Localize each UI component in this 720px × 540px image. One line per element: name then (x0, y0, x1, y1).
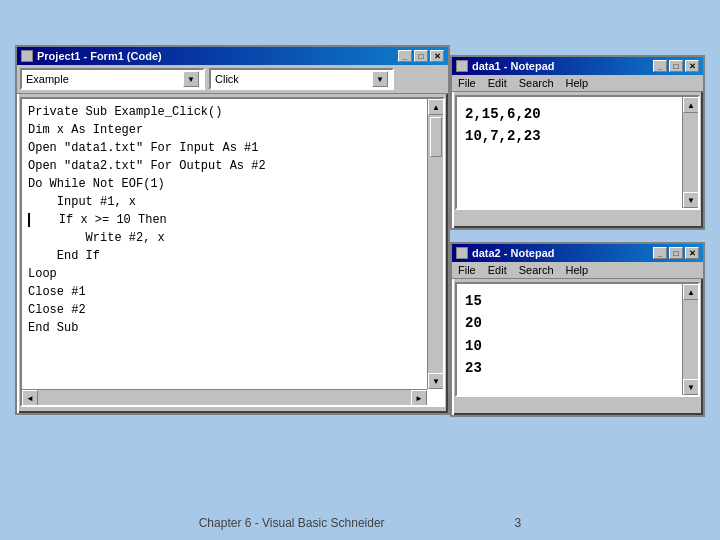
notepad1-file-menu[interactable]: File (458, 77, 476, 89)
notepad1-close-button[interactable]: ✕ (685, 60, 699, 72)
notepad2-search-menu[interactable]: Search (519, 264, 554, 276)
notepad1-scroll-up[interactable]: ▲ (683, 97, 699, 113)
click-dropdown[interactable]: Click ▼ (209, 68, 394, 90)
titlebar-buttons: _ □ ✕ (398, 50, 444, 62)
vb-minimize-button[interactable]: _ (398, 50, 412, 62)
notepad2-scrollbar[interactable]: ▲ ▼ (682, 284, 698, 395)
notepad1-scroll-down[interactable]: ▼ (683, 192, 699, 208)
notepad2-text: 15 20 10 23 (457, 284, 698, 386)
notepad1-scroll-track (683, 113, 698, 192)
notepad2-scroll-up[interactable]: ▲ (683, 284, 699, 300)
notepad1-title: data1 - Notepad (472, 60, 555, 72)
notepad2-titlebar: data2 - Notepad _ □ ✕ (452, 244, 703, 262)
click-dropdown-label: Click (215, 73, 239, 85)
caption-page: 3 (515, 516, 522, 530)
caption-text: Chapter 6 - Visual Basic Schneider (199, 516, 385, 530)
notepad2-content-area: 15 20 10 23 ▲ ▼ (455, 282, 700, 397)
vb-titlebar: Project1 - Form1 (Code) _ □ ✕ (17, 47, 448, 65)
vb-window-icon (21, 50, 33, 62)
notepad1-icon (456, 60, 468, 72)
example-dropdown-arrow[interactable]: ▼ (183, 71, 199, 87)
notepad2-scroll-down[interactable]: ▼ (683, 379, 699, 395)
notepad2-titlebar-left: data2 - Notepad (456, 247, 555, 259)
notepad2-edit-menu[interactable]: Edit (488, 264, 507, 276)
notepad2-file-menu[interactable]: File (458, 264, 476, 276)
notepad1-text: 2,15,6,20 10,7,2,23 (457, 97, 698, 154)
titlebar-left: Project1 - Form1 (Code) (21, 50, 162, 62)
notepad1-buttons: _ □ ✕ (653, 60, 699, 72)
notepad1-titlebar-left: data1 - Notepad (456, 60, 555, 72)
code-content: Private Sub Example_Click() Dim x As Int… (22, 99, 443, 341)
code-area: Private Sub Example_Click() Dim x As Int… (20, 97, 445, 407)
bottom-caption: Chapter 6 - Visual Basic Schneider 3 (0, 516, 720, 530)
code-hscrollbar[interactable]: ◄ ► (22, 389, 427, 405)
scroll-down-button[interactable]: ▼ (428, 373, 444, 389)
notepad1-content-area: 2,15,6,20 10,7,2,23 ▲ ▼ (455, 95, 700, 210)
vb-code-window: Project1 - Form1 (Code) _ □ ✕ Example ▼ … (15, 45, 450, 415)
vb-title: Project1 - Form1 (Code) (37, 50, 162, 62)
notepad2-close-button[interactable]: ✕ (685, 247, 699, 259)
notepad1-maximize-button[interactable]: □ (669, 60, 683, 72)
notepad2-icon (456, 247, 468, 259)
click-dropdown-arrow[interactable]: ▼ (372, 71, 388, 87)
notepad1-search-menu[interactable]: Search (519, 77, 554, 89)
vb-maximize-button[interactable]: □ (414, 50, 428, 62)
notepad2-buttons: _ □ ✕ (653, 247, 699, 259)
notepad2-window: data2 - Notepad _ □ ✕ File Edit Search H… (450, 242, 705, 417)
notepad1-edit-menu[interactable]: Edit (488, 77, 507, 89)
notepad2-scroll-track (683, 300, 698, 379)
cursor-line: If x >= 10 Then (28, 213, 167, 227)
notepad1-menubar: File Edit Search Help (452, 75, 703, 92)
scroll-left-button[interactable]: ◄ (22, 390, 38, 406)
notepad2-title: data2 - Notepad (472, 247, 555, 259)
code-vscrollbar[interactable]: ▲ ▼ (427, 99, 443, 389)
notepad1-help-menu[interactable]: Help (566, 77, 589, 89)
notepad2-menubar: File Edit Search Help (452, 262, 703, 279)
notepad1-window: data1 - Notepad _ □ ✕ File Edit Search H… (450, 55, 705, 230)
scroll-up-button[interactable]: ▲ (428, 99, 444, 115)
notepad2-help-menu[interactable]: Help (566, 264, 589, 276)
notepad2-minimize-button[interactable]: _ (653, 247, 667, 259)
notepad1-titlebar: data1 - Notepad _ □ ✕ (452, 57, 703, 75)
notepad2-maximize-button[interactable]: □ (669, 247, 683, 259)
notepad1-scrollbar[interactable]: ▲ ▼ (682, 97, 698, 208)
notepad1-minimize-button[interactable]: _ (653, 60, 667, 72)
scroll-thumb[interactable] (430, 117, 442, 157)
example-dropdown-label: Example (26, 73, 69, 85)
example-dropdown[interactable]: Example ▼ (20, 68, 205, 90)
vb-close-button[interactable]: ✕ (430, 50, 444, 62)
scroll-right-button[interactable]: ► (411, 390, 427, 406)
vb-toolbar: Example ▼ Click ▼ (17, 65, 448, 94)
